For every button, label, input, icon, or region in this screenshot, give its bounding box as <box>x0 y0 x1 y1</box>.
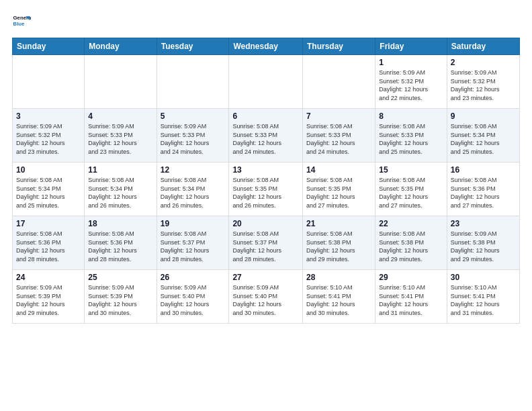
day-number: 15 <box>379 165 443 175</box>
calendar-week-5: 24Sunrise: 5:09 AMSunset: 5:39 PMDayligh… <box>13 270 520 324</box>
calendar-week-1: 1Sunrise: 5:09 AMSunset: 5:32 PMDaylight… <box>13 55 520 109</box>
calendar-day-22: 22Sunrise: 5:08 AMSunset: 5:38 PMDayligh… <box>375 216 447 270</box>
calendar-day-5: 5Sunrise: 5:09 AMSunset: 5:33 PMDaylight… <box>157 109 229 163</box>
day-number: 4 <box>88 111 152 121</box>
day-info: Sunrise: 5:08 AMSunset: 5:37 PMDaylight:… <box>161 230 226 263</box>
calendar-day-13: 13Sunrise: 5:08 AMSunset: 5:35 PMDayligh… <box>229 163 303 216</box>
day-info: Sunrise: 5:09 AMSunset: 5:32 PMDaylight:… <box>451 68 516 102</box>
calendar-day-30: 30Sunrise: 5:10 AMSunset: 5:41 PMDayligh… <box>447 270 519 324</box>
day-number: 28 <box>306 273 371 282</box>
calendar-day-8: 8Sunrise: 5:08 AMSunset: 5:33 PMDaylight… <box>375 109 447 163</box>
calendar-day-9: 9Sunrise: 5:08 AMSunset: 5:34 PMDaylight… <box>447 109 519 163</box>
day-info: Sunrise: 5:08 AMSunset: 5:35 PMDaylight:… <box>306 176 371 210</box>
day-number: 21 <box>306 219 371 228</box>
calendar-day-14: 14Sunrise: 5:08 AMSunset: 5:35 PMDayligh… <box>303 163 375 216</box>
weekday-header-monday: Monday <box>85 38 157 55</box>
day-info: Sunrise: 5:08 AMSunset: 5:36 PMDaylight:… <box>451 176 516 210</box>
calendar-week-2: 3Sunrise: 5:09 AMSunset: 5:32 PMDaylight… <box>13 109 520 163</box>
day-info: Sunrise: 5:09 AMSunset: 5:32 PMDaylight:… <box>16 122 81 156</box>
empty-cell <box>303 55 375 109</box>
calendar-day-18: 18Sunrise: 5:08 AMSunset: 5:36 PMDayligh… <box>85 216 157 270</box>
day-number: 6 <box>232 111 299 121</box>
calendar-day-15: 15Sunrise: 5:08 AMSunset: 5:35 PMDayligh… <box>375 163 447 216</box>
day-number: 23 <box>451 219 516 228</box>
calendar-day-25: 25Sunrise: 5:09 AMSunset: 5:39 PMDayligh… <box>85 270 157 324</box>
weekday-header-sunday: Sunday <box>13 38 85 55</box>
weekday-header-saturday: Saturday <box>447 38 519 55</box>
day-number: 19 <box>161 219 226 228</box>
day-info: Sunrise: 5:08 AMSunset: 5:38 PMDaylight:… <box>379 230 443 263</box>
day-info: Sunrise: 5:08 AMSunset: 5:33 PMDaylight:… <box>379 122 443 156</box>
calendar-day-7: 7Sunrise: 5:08 AMSunset: 5:33 PMDaylight… <box>303 109 375 163</box>
empty-cell <box>157 55 229 109</box>
day-info: Sunrise: 5:09 AMSunset: 5:40 PMDaylight:… <box>232 283 299 317</box>
day-number: 7 <box>306 111 371 121</box>
day-number: 25 <box>88 273 152 282</box>
day-number: 22 <box>379 219 443 228</box>
header: General Blue <box>12 12 520 31</box>
calendar-day-20: 20Sunrise: 5:08 AMSunset: 5:37 PMDayligh… <box>229 216 303 270</box>
day-info: Sunrise: 5:08 AMSunset: 5:35 PMDaylight:… <box>379 176 443 210</box>
calendar-week-3: 10Sunrise: 5:08 AMSunset: 5:34 PMDayligh… <box>13 163 520 216</box>
day-info: Sunrise: 5:08 AMSunset: 5:34 PMDaylight:… <box>16 176 81 210</box>
day-number: 18 <box>88 219 152 228</box>
day-number: 3 <box>16 111 81 121</box>
calendar-day-28: 28Sunrise: 5:10 AMSunset: 5:41 PMDayligh… <box>303 270 375 324</box>
logo-icon: General Blue <box>12 12 31 31</box>
day-number: 11 <box>88 165 152 175</box>
svg-text:Blue: Blue <box>13 21 26 27</box>
day-info: Sunrise: 5:09 AMSunset: 5:39 PMDaylight:… <box>88 283 152 317</box>
day-info: Sunrise: 5:08 AMSunset: 5:38 PMDaylight:… <box>306 230 371 263</box>
calendar-header-row: SundayMondayTuesdayWednesdayThursdayFrid… <box>13 38 520 55</box>
calendar-day-10: 10Sunrise: 5:08 AMSunset: 5:34 PMDayligh… <box>13 163 85 216</box>
day-info: Sunrise: 5:10 AMSunset: 5:41 PMDaylight:… <box>379 283 443 317</box>
day-info: Sunrise: 5:09 AMSunset: 5:33 PMDaylight:… <box>88 122 152 156</box>
calendar-day-21: 21Sunrise: 5:08 AMSunset: 5:38 PMDayligh… <box>303 216 375 270</box>
day-info: Sunrise: 5:09 AMSunset: 5:39 PMDaylight:… <box>16 283 81 317</box>
day-info: Sunrise: 5:10 AMSunset: 5:41 PMDaylight:… <box>451 283 516 317</box>
day-info: Sunrise: 5:08 AMSunset: 5:37 PMDaylight:… <box>232 230 299 263</box>
page: General Blue SundayMondayTuesdayWednesda… <box>0 0 532 332</box>
day-number: 10 <box>16 165 81 175</box>
day-info: Sunrise: 5:09 AMSunset: 5:32 PMDaylight:… <box>379 68 443 102</box>
day-info: Sunrise: 5:09 AMSunset: 5:40 PMDaylight:… <box>161 283 226 317</box>
weekday-header-tuesday: Tuesday <box>157 38 229 55</box>
calendar-day-27: 27Sunrise: 5:09 AMSunset: 5:40 PMDayligh… <box>229 270 303 324</box>
calendar-day-24: 24Sunrise: 5:09 AMSunset: 5:39 PMDayligh… <box>13 270 85 324</box>
day-number: 29 <box>379 273 443 282</box>
day-number: 2 <box>451 58 516 67</box>
calendar-day-19: 19Sunrise: 5:08 AMSunset: 5:37 PMDayligh… <box>157 216 229 270</box>
calendar-day-11: 11Sunrise: 5:08 AMSunset: 5:34 PMDayligh… <box>85 163 157 216</box>
day-number: 5 <box>161 111 226 121</box>
weekday-header-wednesday: Wednesday <box>229 38 303 55</box>
day-number: 17 <box>16 219 81 228</box>
calendar-week-4: 17Sunrise: 5:08 AMSunset: 5:36 PMDayligh… <box>13 216 520 270</box>
day-number: 8 <box>379 111 443 121</box>
day-info: Sunrise: 5:09 AMSunset: 5:38 PMDaylight:… <box>451 230 516 263</box>
day-number: 9 <box>451 111 516 121</box>
day-number: 26 <box>161 273 226 282</box>
calendar-day-6: 6Sunrise: 5:08 AMSunset: 5:33 PMDaylight… <box>229 109 303 163</box>
day-info: Sunrise: 5:08 AMSunset: 5:36 PMDaylight:… <box>88 230 152 263</box>
calendar-day-1: 1Sunrise: 5:09 AMSunset: 5:32 PMDaylight… <box>375 55 447 109</box>
calendar-day-4: 4Sunrise: 5:09 AMSunset: 5:33 PMDaylight… <box>85 109 157 163</box>
empty-cell <box>13 55 85 109</box>
day-number: 16 <box>451 165 516 175</box>
day-info: Sunrise: 5:08 AMSunset: 5:34 PMDaylight:… <box>161 176 226 210</box>
calendar-day-3: 3Sunrise: 5:09 AMSunset: 5:32 PMDaylight… <box>13 109 85 163</box>
calendar-day-29: 29Sunrise: 5:10 AMSunset: 5:41 PMDayligh… <box>375 270 447 324</box>
calendar-day-12: 12Sunrise: 5:08 AMSunset: 5:34 PMDayligh… <box>157 163 229 216</box>
empty-cell <box>85 55 157 109</box>
day-number: 24 <box>16 273 81 282</box>
day-info: Sunrise: 5:10 AMSunset: 5:41 PMDaylight:… <box>306 283 371 317</box>
weekday-header-thursday: Thursday <box>303 38 375 55</box>
day-info: Sunrise: 5:08 AMSunset: 5:33 PMDaylight:… <box>306 122 371 156</box>
calendar-day-23: 23Sunrise: 5:09 AMSunset: 5:38 PMDayligh… <box>447 216 519 270</box>
logo: General Blue <box>12 12 34 31</box>
calendar-table: SundayMondayTuesdayWednesdayThursdayFrid… <box>12 38 520 324</box>
day-info: Sunrise: 5:08 AMSunset: 5:34 PMDaylight:… <box>88 176 152 210</box>
day-info: Sunrise: 5:08 AMSunset: 5:36 PMDaylight:… <box>16 230 81 263</box>
day-info: Sunrise: 5:08 AMSunset: 5:33 PMDaylight:… <box>232 122 299 156</box>
day-number: 1 <box>379 58 443 67</box>
day-number: 30 <box>451 273 516 282</box>
